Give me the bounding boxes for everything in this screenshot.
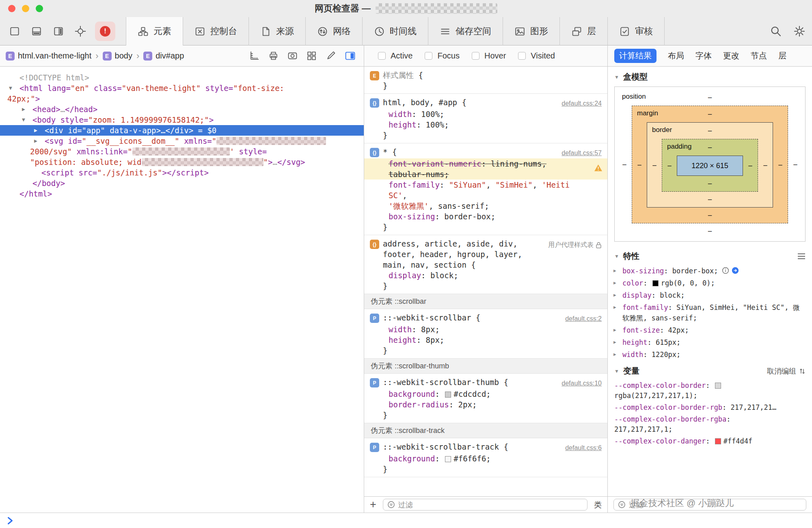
pseudo-toggle-focus[interactable]: Focus <box>425 51 459 61</box>
color-swatch[interactable] <box>715 383 721 389</box>
padding-right-value[interactable]: – <box>758 161 773 169</box>
toolbar-tab-layers[interactable]: 层 <box>560 17 608 45</box>
css-variable[interactable]: --complex-color-border: rgba(217,217,217… <box>608 380 812 402</box>
stylesheet-link[interactable]: default.css:57 <box>561 147 602 158</box>
computed-property[interactable]: ▶display: block; <box>608 289 812 301</box>
rulers-icon[interactable] <box>249 51 259 61</box>
dock-right-icon[interactable] <box>53 26 64 37</box>
color-swatch[interactable] <box>445 456 451 462</box>
content-bottom-value[interactable]: – <box>708 180 712 188</box>
checkbox-unchecked[interactable] <box>425 52 432 60</box>
disclosure-right-icon[interactable]: ▶ <box>613 325 616 335</box>
css-variable[interactable]: --complex-color-border-rgba: 217,217,217… <box>608 413 812 435</box>
rule-selector[interactable]: ::-webkit-scrollbar-thumb { <box>383 377 557 387</box>
rule-selector[interactable]: html, body, #app { <box>383 97 557 108</box>
computed-property[interactable]: ▶font-family: SiYuan, SimHei, "Heiti SC"… <box>608 301 812 324</box>
css-variable[interactable]: --complex-color-danger: #ff4d4f <box>608 435 812 447</box>
screenshot-icon[interactable] <box>287 51 298 61</box>
class-toggle-button[interactable]: 类 <box>594 500 602 510</box>
goto-icon[interactable] <box>732 267 739 274</box>
pseudo-toggle-hover[interactable]: Hover <box>472 51 506 61</box>
toolbar-tab-graphics[interactable]: 图形 <box>503 17 560 45</box>
dom-node[interactable]: ▼<html lang="en" class="van-theme-light"… <box>0 83 364 93</box>
stylesheet-link[interactable]: default.css:10 <box>561 377 602 389</box>
computed-property[interactable]: ▶font-size: 42px; <box>608 324 812 336</box>
properties-menu-icon[interactable] <box>797 253 806 260</box>
padding-bottom-value[interactable]: – <box>708 195 712 203</box>
border-top-value[interactable]: – <box>708 110 712 118</box>
toolbar-tab-timelines[interactable]: 时间线 <box>363 17 428 45</box>
zoom-button[interactable] <box>36 5 43 12</box>
stylesheet-link[interactable]: default.css:6 <box>565 441 602 453</box>
sidebar-tab-layers[interactable]: 层 <box>778 50 786 61</box>
toolbar-tab-storage[interactable]: 储存空间 <box>428 17 503 45</box>
margin-left-value[interactable]: – <box>617 160 632 169</box>
window-icon[interactable] <box>9 26 20 37</box>
css-declaration[interactable]: font-variant-numeric: lining-nums,tabula… <box>364 158 607 180</box>
css-declaration[interactable]: width: 8px; <box>364 324 607 335</box>
checkbox-unchecked[interactable] <box>378 52 386 60</box>
box-model-content[interactable]: 1220 × 615 <box>677 156 743 176</box>
dom-node[interactable]: ▶<head>…</head> <box>0 104 364 115</box>
computed-property[interactable]: ▶width: 1220px; <box>608 348 812 361</box>
dom-node[interactable]: </html> <box>0 188 364 199</box>
gear-icon[interactable] <box>793 25 806 37</box>
target-icon[interactable] <box>75 26 86 37</box>
color-swatch[interactable] <box>652 280 659 286</box>
margin-top-value[interactable]: – <box>708 93 712 102</box>
computed-property[interactable]: ▶color: rgb(0, 0, 0); <box>608 277 812 289</box>
color-swatch[interactable] <box>715 438 721 444</box>
search-icon[interactable] <box>770 25 782 37</box>
border-right-value[interactable]: – <box>773 161 788 169</box>
css-declaration[interactable]: height: 100%; <box>364 119 607 130</box>
margin-right-value[interactable]: – <box>788 160 803 169</box>
padding-top-value[interactable]: – <box>708 127 712 135</box>
disclosure-right-icon[interactable]: ▶ <box>22 104 25 115</box>
css-declaration[interactable]: background: #cdcdcd; <box>364 389 607 399</box>
css-declaration[interactable]: height: 8px; <box>364 335 607 345</box>
sidebar-tab-computed[interactable]: 计算结果 <box>614 49 657 63</box>
sidebar-tab-layout[interactable]: 布局 <box>668 50 684 61</box>
color-swatch[interactable] <box>445 392 451 398</box>
disclosure-right-icon[interactable]: ▶ <box>613 349 616 360</box>
css-variable[interactable]: --complex-color-border-rgb: 217,217,21… <box>608 402 812 413</box>
issues-badge[interactable]: ! <box>95 22 115 41</box>
styles-filter-input[interactable]: 过滤 <box>383 499 587 511</box>
content-left-value[interactable]: – <box>662 162 677 170</box>
stylesheet-link[interactable]: default.css:24 <box>561 97 602 109</box>
css-declaration[interactable]: font-family: "SiYuan", "SimHei", 'Heiti … <box>364 180 607 211</box>
rule-selector[interactable]: ::-webkit-scrollbar-track { <box>383 441 560 452</box>
dom-node-selected[interactable]: ▶<div id="app" data-v-app>…</div> = $0 <box>0 125 364 136</box>
sidebar-tab-changes[interactable]: 更改 <box>723 50 739 61</box>
dom-node[interactable]: <!DOCTYPE html> <box>0 72 364 83</box>
dom-node[interactable]: </body> <box>0 178 364 188</box>
paint-icon[interactable] <box>326 51 336 61</box>
breadcrumb-item[interactable]: Ehtml.van-theme-light <box>6 51 91 61</box>
breadcrumb-item[interactable]: Ebody <box>103 51 132 61</box>
disclosure-right-icon[interactable]: ▶ <box>613 290 616 301</box>
toolbar-tab-network[interactable]: 网络 <box>306 17 363 45</box>
dom-node[interactable]: <script src="./js/init.js"></script> <box>0 167 364 178</box>
box-model-section-header[interactable]: ▼ 盒模型 <box>608 67 812 86</box>
properties-section-header[interactable]: ▼ 特性 <box>608 246 812 265</box>
rule-selector[interactable]: ::-webkit-scrollbar { <box>383 312 560 323</box>
dom-node[interactable]: "position: absolute; wid">…</svg> <box>0 157 364 167</box>
sidebar-toggle-icon[interactable] <box>345 51 356 61</box>
pseudo-toggle-visited[interactable]: Visited <box>518 51 555 61</box>
padding-left-value[interactable]: – <box>647 161 662 169</box>
dock-bottom-icon[interactable] <box>31 26 42 37</box>
css-declaration[interactable]: width: 100%; <box>364 109 607 119</box>
computed-property[interactable]: ▶height: 615px; <box>608 336 812 348</box>
dom-node[interactable]: 42px;"> <box>0 93 364 104</box>
add-rule-button[interactable]: + <box>370 499 376 510</box>
computed-filter-input[interactable]: 过滤 <box>613 499 806 511</box>
pseudo-toggle-active[interactable]: Active <box>378 51 412 61</box>
stylesheet-link[interactable]: 用户代理样式表 <box>548 238 602 250</box>
css-declaration[interactable]: background: #f6f6f6; <box>364 453 607 464</box>
disclosure-down-icon[interactable]: ▼ <box>9 83 12 93</box>
sidebar-tab-fonts[interactable]: 字体 <box>695 50 712 61</box>
toolbar-tab-console[interactable]: 控制台 <box>183 17 249 45</box>
toolbar-tab-sources[interactable]: 来源 <box>249 17 306 45</box>
disclosure-down-icon[interactable]: ▼ <box>614 74 619 80</box>
disclosure-right-icon[interactable]: ▶ <box>613 302 616 313</box>
